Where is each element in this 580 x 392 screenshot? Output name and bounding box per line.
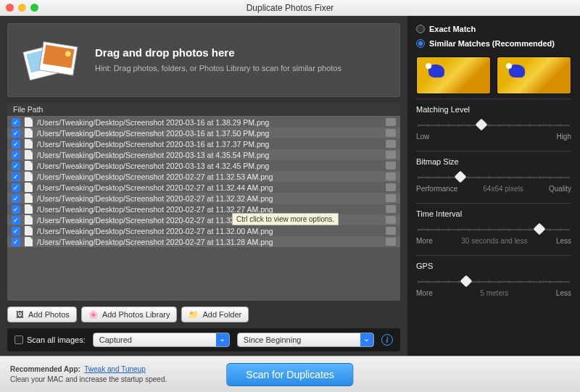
- matching-level-section: Matching Level LowHigh: [416, 99, 571, 148]
- row-delete-icon[interactable]: [386, 129, 396, 137]
- file-row[interactable]: ✓/Users/Tweaking/Desktop/Screenshot 2020…: [7, 171, 400, 182]
- add-folder-button[interactable]: 📁Add Folder: [181, 306, 249, 322]
- window-titlebar: Duplicate Photos Fixer: [0, 0, 580, 16]
- row-delete-icon[interactable]: [386, 205, 396, 213]
- row-delete-icon[interactable]: [386, 162, 396, 170]
- file-row[interactable]: ✓/Users/Tweaking/Desktop/Screenshot 2020…: [7, 160, 400, 171]
- dropzone-heading: Drag and drop photos here: [95, 46, 341, 59]
- footer-bar: Recommended App: Tweak and Tuneup Clean …: [0, 356, 580, 392]
- slider-knob[interactable]: [534, 223, 546, 235]
- file-row[interactable]: ✓/Users/Tweaking/Desktop/Screenshot 2020…: [7, 138, 400, 149]
- file-list-header[interactable]: File Path: [7, 103, 400, 117]
- file-icon: [25, 193, 33, 203]
- settings-sidebar: Exact Match Similar Matches (Recommended…: [407, 16, 580, 356]
- file-path: /Users/Tweaking/Desktop/Screenshot 2020-…: [37, 172, 273, 181]
- gps-slider[interactable]: [418, 280, 570, 283]
- file-path: /Users/Tweaking/Desktop/Screenshot 2020-…: [37, 151, 269, 159]
- matching-level-slider[interactable]: [418, 124, 570, 127]
- thumbnail-2: [497, 57, 571, 94]
- file-row[interactable]: ✓/Users/Tweaking/Desktop/Screenshot 2020…: [7, 204, 400, 214]
- captured-select[interactable]: Captured: [93, 333, 230, 347]
- slider-mid-label: 64x64 pixels: [483, 185, 523, 193]
- bitmap-size-slider[interactable]: [418, 176, 570, 179]
- row-delete-icon[interactable]: [386, 151, 396, 159]
- row-delete-icon[interactable]: [386, 140, 396, 148]
- row-checkbox[interactable]: ✓: [12, 205, 20, 214]
- file-icon: [25, 139, 33, 149]
- row-checkbox[interactable]: ✓: [12, 194, 20, 203]
- file-row[interactable]: ✓/Users/Tweaking/Desktop/Screenshot 2020…: [7, 225, 400, 236]
- add-photos-library-button[interactable]: 🌸Add Photos Library: [81, 306, 178, 322]
- gps-section: GPS More5 metersLess: [416, 255, 571, 304]
- file-row[interactable]: ✓/Users/Tweaking/Desktop/Screenshot 2020…: [7, 236, 400, 247]
- slider-mid-label: 30 seconds and less: [461, 237, 527, 245]
- file-path: /Users/Tweaking/Desktop/Screenshot 2020-…: [37, 205, 273, 214]
- similar-match-radio[interactable]: Similar Matches (Recommended): [416, 38, 571, 49]
- info-icon[interactable]: i: [381, 334, 393, 346]
- add-folder-label: Add Folder: [202, 310, 241, 319]
- dropzone-hint: Hint: Drag photos, folders, or Photos Li…: [95, 63, 341, 74]
- add-photos-button[interactable]: 🖼Add Photos: [7, 306, 77, 322]
- row-checkbox[interactable]: ✓: [12, 238, 20, 246]
- exact-match-radio[interactable]: Exact Match: [416, 23, 571, 35]
- row-delete-icon[interactable]: [386, 183, 396, 191]
- captured-select-value: Captured: [99, 335, 132, 344]
- row-delete-icon[interactable]: [386, 118, 396, 126]
- photo-icon: 🖼: [14, 309, 25, 320]
- preview-thumbnails: [416, 57, 571, 94]
- slider-knob[interactable]: [454, 171, 466, 183]
- file-row[interactable]: ✓/Users/Tweaking/Desktop/Screenshot 2020…: [7, 182, 400, 193]
- drop-zone[interactable]: Drag and drop photos here Hint: Drag pho…: [7, 23, 400, 97]
- file-list: File Path ✓/Users/Tweaking/Desktop/Scree…: [7, 103, 400, 301]
- photos-stack-icon: [20, 35, 82, 86]
- slider-left-label: Performance: [416, 185, 457, 193]
- file-path: /Users/Tweaking/Desktop/Screenshot 2020-…: [37, 140, 269, 149]
- file-path: /Users/Tweaking/Desktop/Screenshot 2020-…: [37, 194, 273, 203]
- window-title: Duplicate Photos Fixer: [0, 3, 580, 13]
- row-checkbox[interactable]: ✓: [12, 140, 20, 149]
- add-photos-label: Add Photos: [28, 310, 70, 319]
- radio-on-icon: [416, 39, 425, 48]
- thumbnail-1: [416, 57, 491, 94]
- row-checkbox[interactable]: ✓: [12, 183, 20, 192]
- slider-right-label: Less: [556, 289, 571, 297]
- scan-all-images-checkbox[interactable]: Scan all images:: [14, 335, 86, 344]
- row-checkbox[interactable]: ✓: [12, 216, 20, 225]
- recommended-app: Recommended App: Tweak and Tuneup Clean …: [10, 364, 167, 385]
- scan-for-duplicates-button[interactable]: Scan for Duplicates: [226, 363, 353, 386]
- file-row[interactable]: ✓/Users/Tweaking/Desktop/Screenshot 2020…: [7, 214, 400, 225]
- similar-match-label: Similar Matches (Recommended): [429, 39, 555, 48]
- since-select[interactable]: Since Beginning: [237, 333, 374, 347]
- row-delete-icon[interactable]: [386, 172, 396, 180]
- slider-left-label: More: [416, 289, 433, 297]
- row-checkbox[interactable]: ✓: [12, 151, 20, 159]
- time-interval-title: Time Interval: [416, 209, 571, 218]
- exact-match-label: Exact Match: [429, 25, 476, 33]
- time-interval-slider[interactable]: [418, 228, 570, 231]
- row-checkbox[interactable]: ✓: [12, 162, 20, 170]
- file-row[interactable]: ✓/Users/Tweaking/Desktop/Screenshot 2020…: [7, 128, 400, 138]
- file-row[interactable]: ✓/Users/Tweaking/Desktop/Screenshot 2020…: [7, 149, 400, 160]
- row-delete-icon[interactable]: [386, 227, 396, 235]
- file-path: /Users/Tweaking/Desktop/Screenshot 2020-…: [37, 129, 269, 138]
- recommended-link[interactable]: Tweak and Tuneup: [84, 365, 146, 373]
- action-buttons: 🖼Add Photos 🌸Add Photos Library 📁Add Fol…: [7, 306, 400, 322]
- row-checkbox[interactable]: ✓: [12, 129, 20, 138]
- file-row[interactable]: ✓/Users/Tweaking/Desktop/Screenshot 2020…: [7, 117, 400, 128]
- recommended-label: Recommended App:: [10, 365, 80, 373]
- file-icon: [25, 215, 33, 225]
- file-path: /Users/Tweaking/Desktop/Screenshot 2020-…: [37, 162, 269, 170]
- file-icon: [25, 183, 33, 192]
- slider-knob[interactable]: [476, 119, 488, 131]
- row-checkbox[interactable]: ✓: [12, 172, 20, 181]
- file-path: /Users/Tweaking/Desktop/Screenshot 2020-…: [37, 183, 273, 192]
- row-delete-icon[interactable]: [386, 216, 396, 224]
- row-delete-icon[interactable]: [386, 194, 396, 202]
- row-checkbox[interactable]: ✓: [12, 118, 20, 127]
- slider-knob[interactable]: [460, 275, 473, 288]
- time-interval-section: Time Interval More30 seconds and lessLes…: [416, 203, 571, 252]
- row-delete-icon[interactable]: [386, 238, 396, 246]
- row-checkbox[interactable]: ✓: [12, 227, 20, 235]
- file-row[interactable]: ✓/Users/Tweaking/Desktop/Screenshot 2020…: [7, 193, 400, 204]
- library-icon: 🌸: [88, 309, 99, 320]
